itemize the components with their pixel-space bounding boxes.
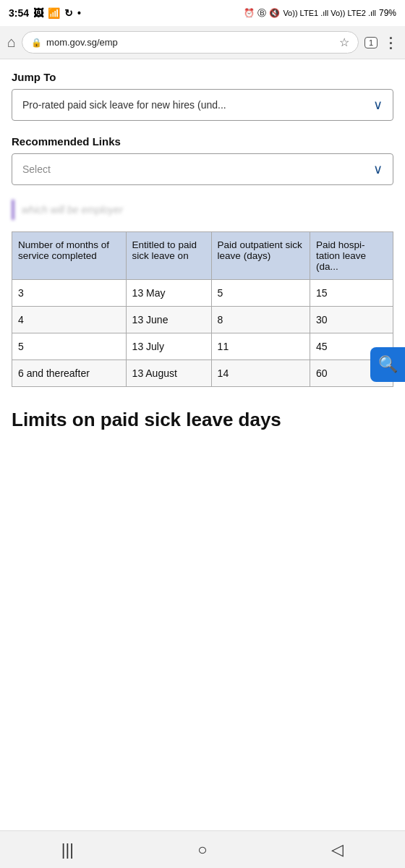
cell-months: 4 — [12, 307, 127, 333]
jump-to-value: Pro-rated paid sick leave for new hires … — [22, 99, 226, 111]
bookmark-icon[interactable]: ☆ — [339, 35, 349, 49]
signal-icon: Vo)) LTE1 .ıll Vo)) LTE2 .ıll — [283, 9, 376, 17]
time-display: 3:54 — [9, 7, 29, 19]
status-left: 3:54 🖼 📶 ↻ • — [9, 7, 81, 19]
jump-to-dropdown[interactable]: Pro-rated paid sick leave for new hires … — [12, 89, 393, 121]
cell-hospital: 15 — [310, 280, 393, 307]
battery-percent: 79% — [379, 8, 396, 18]
url-bar[interactable]: 🔒 mom.gov.sg/emp ☆ — [22, 31, 359, 54]
dot-icon: • — [77, 7, 81, 19]
back-button[interactable]: ||| — [0, 841, 135, 859]
search-icon: 🔍 — [378, 355, 398, 374]
leave-table: Number of months of service completed En… — [12, 231, 393, 387]
recent-apps-button[interactable]: ◁ — [270, 841, 405, 859]
cell-entitled: 13 May — [126, 280, 211, 307]
photo-icon: 🖼 — [33, 7, 43, 19]
jump-to-label: Jump To — [12, 71, 393, 83]
more-menu-button[interactable]: ⋮ — [383, 34, 398, 51]
url-text: mom.gov.sg/emp — [46, 37, 335, 48]
bottom-heading: Limits on paid sick leave days — [12, 409, 393, 431]
cell-entitled: 13 June — [126, 307, 211, 333]
cell-entitled: 13 August — [126, 360, 211, 387]
sync-icon: ↻ — [64, 7, 73, 19]
home-nav-button[interactable]: ○ — [135, 841, 270, 859]
col-header-entitled: Entitled to paid sick leave on — [126, 232, 211, 280]
mute-icon: 🔇 — [269, 8, 280, 18]
cell-outpatient: 5 — [211, 280, 310, 307]
table-header-row: Number of months of service completed En… — [12, 232, 393, 280]
table-row: 5 13 July 11 45 — [12, 333, 393, 360]
cell-months: 3 — [12, 280, 127, 307]
lock-icon: 🔒 — [31, 38, 42, 48]
alarm-icon: ⏰ — [244, 8, 255, 18]
browser-bar: ⌂ 🔒 mom.gov.sg/emp ☆ 1 ⋮ — [0, 26, 405, 59]
table-row: 6 and thereafter 13 August 14 60 — [12, 360, 393, 387]
cell-outpatient: 14 — [211, 360, 310, 387]
home-button[interactable]: ⌂ — [7, 34, 16, 51]
recommended-links-label: Recommended Links — [12, 135, 393, 148]
blurred-text-banner: which will be employer — [12, 200, 393, 220]
cell-outpatient: 8 — [211, 307, 310, 333]
jump-to-chevron-icon: ∨ — [373, 97, 383, 113]
cell-entitled: 13 July — [126, 333, 211, 360]
search-fab-button[interactable]: 🔍 — [370, 347, 405, 382]
bottom-nav: ||| ○ ◁ — [0, 830, 405, 868]
table-row: 3 13 May 5 15 — [12, 280, 393, 307]
col-header-outpatient: Paid outpatient sick leave (days) — [211, 232, 310, 280]
page-content: Jump To Pro-rated paid sick leave for ne… — [0, 59, 405, 457]
bluetooth-icon: Ⓑ — [257, 7, 266, 20]
cell-hospital: 30 — [310, 307, 393, 333]
status-right: ⏰ Ⓑ 🔇 Vo)) LTE1 .ıll Vo)) LTE2 .ıll 79% — [244, 7, 396, 20]
cell-outpatient: 11 — [211, 333, 310, 360]
tab-count-badge[interactable]: 1 — [364, 37, 378, 48]
col-header-months: Number of months of service completed — [12, 232, 127, 280]
status-bar: 3:54 🖼 📶 ↻ • ⏰ Ⓑ 🔇 Vo)) LTE1 .ıll Vo)) L… — [0, 0, 405, 26]
cell-months: 6 and thereafter — [12, 360, 127, 387]
select-chevron-icon: ∨ — [373, 161, 383, 177]
select-placeholder: Select — [22, 163, 51, 175]
col-header-hospital: Paid hospi- tation leave (da... — [310, 232, 393, 280]
recommended-links-dropdown[interactable]: Select ∨ — [12, 153, 393, 185]
table-row: 4 13 June 8 30 — [12, 307, 393, 333]
cell-months: 5 — [12, 333, 127, 360]
wifi-icon: 📶 — [48, 7, 60, 19]
